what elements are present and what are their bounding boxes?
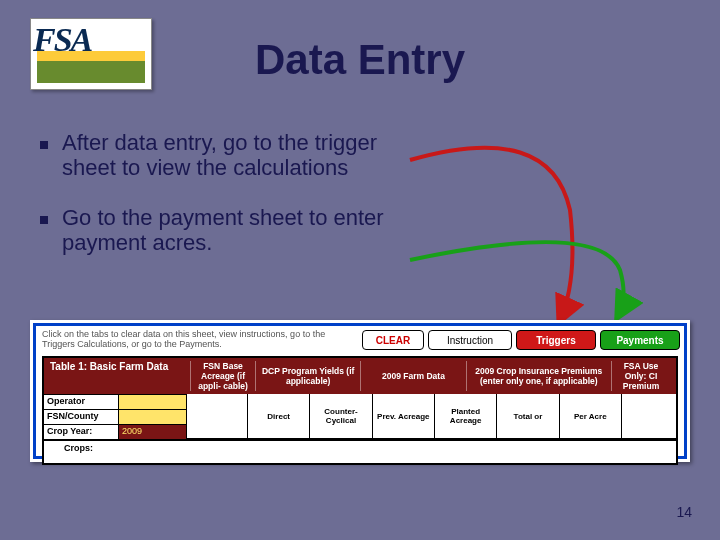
col-farm-data: 2009 Farm Data xyxy=(360,361,465,391)
tab-instruction[interactable]: Instruction xyxy=(428,330,512,350)
table1-title: Table 1: Basic Farm Data xyxy=(50,361,190,391)
tab-payments[interactable]: Payments xyxy=(600,330,680,350)
bullet-item: Go to the payment sheet to enter payment… xyxy=(40,205,400,256)
input-fsn[interactable] xyxy=(119,410,186,424)
sub-prev: Prev. Acreage xyxy=(373,394,434,439)
sub-peracre: Per Acre xyxy=(560,394,621,439)
sub-counter: Counter- Cyclical xyxy=(310,394,371,439)
arrows-overlay xyxy=(400,130,700,340)
col-fsa-use: FSA Use Only: CI Premium xyxy=(611,361,670,391)
tab-bar: CLEAR Instruction Triggers Payments xyxy=(358,330,680,350)
col-dcp-yields: DCP Program Yields (if applicable) xyxy=(255,361,360,391)
tab-clear[interactable]: CLEAR xyxy=(362,330,424,350)
row-fsn-county: FSN/County xyxy=(44,409,186,424)
sub-blank2 xyxy=(622,394,676,439)
label-fsn: FSN/County xyxy=(44,410,119,424)
sub-blank xyxy=(187,394,247,439)
value-crop-year[interactable]: 2009 xyxy=(119,425,186,439)
sub-direct: Direct xyxy=(248,394,309,439)
table1: Table 1: Basic Farm Data FSN Base Acreag… xyxy=(42,356,678,465)
sub-planted: Planted Acreage xyxy=(435,394,496,439)
right-subheader-grid: Direct Counter- Cyclical Prev. Acreage P… xyxy=(186,394,676,439)
sub-total: Total or xyxy=(497,394,558,439)
row-crops: Crops: xyxy=(44,439,676,463)
table1-head-groups: FSN Base Acreage (if appli- cable) DCP P… xyxy=(190,361,670,391)
spreadsheet-screenshot: Click on the tabs to clear data on this … xyxy=(30,320,690,462)
row-crop-year: Crop Year: 2009 xyxy=(44,424,186,439)
label-operator: Operator xyxy=(44,395,119,409)
table1-header: Table 1: Basic Farm Data FSN Base Acreag… xyxy=(44,358,676,394)
red-arrow-to-triggers xyxy=(410,148,572,320)
bullet-list: After data entry, go to the trigger shee… xyxy=(40,130,400,279)
bullet-marker-icon xyxy=(40,216,48,224)
slide-title: Data Entry xyxy=(0,36,720,84)
left-key-cells: Operator FSN/County Crop Year: 2009 xyxy=(44,394,186,439)
tab-triggers[interactable]: Triggers xyxy=(516,330,596,350)
label-crops: Crops: xyxy=(64,443,124,461)
slide-number: 14 xyxy=(676,504,692,520)
row-operator: Operator xyxy=(44,394,186,409)
bullet-text: After data entry, go to the trigger shee… xyxy=(62,130,400,181)
bullet-item: After data entry, go to the trigger shee… xyxy=(40,130,400,181)
label-crop-year: Crop Year: xyxy=(44,425,119,439)
instruction-text: Click on the tabs to clear data on this … xyxy=(42,329,332,350)
table1-body: Operator FSN/County Crop Year: 2009 Dire… xyxy=(44,394,676,439)
bullet-marker-icon xyxy=(40,141,48,149)
input-operator[interactable] xyxy=(119,395,186,409)
col-crop-ins: 2009 Crop Insurance Premiums (enter only… xyxy=(466,361,611,391)
bullet-text: Go to the payment sheet to enter payment… xyxy=(62,205,400,256)
green-arrow-to-payments xyxy=(410,242,624,316)
col-fsn-base: FSN Base Acreage (if appli- cable) xyxy=(190,361,255,391)
